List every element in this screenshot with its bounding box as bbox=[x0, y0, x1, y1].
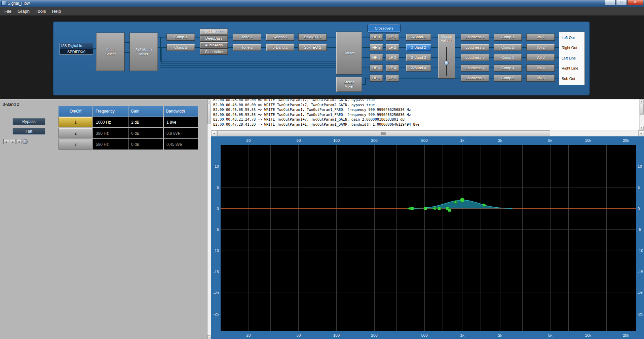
block-spkr-eq-2[interactable]: Spkr-EQ 2 bbox=[298, 44, 327, 51]
block-three-band-4[interactable]: 3-Band 4 bbox=[406, 65, 431, 72]
block-three-band-1[interactable]: 3-Band 1 bbox=[406, 34, 431, 41]
mini-knob-icon[interactable] bbox=[23, 139, 28, 144]
mini-button-3[interactable]: 4 bbox=[16, 139, 22, 144]
block-comp-pre-2[interactable]: Comp 2 bbox=[166, 44, 195, 51]
cell-frequency-3[interactable]: 580 Hz bbox=[93, 139, 128, 150]
block-hp-3[interactable]: HP 3 bbox=[370, 54, 383, 61]
block-hp-5[interactable]: HP 5 bbox=[370, 75, 383, 82]
command-log[interactable]: B2.00.00.4B.00.00.00 => WRITE TwoOutPara… bbox=[211, 99, 639, 130]
block-loudness-3[interactable]: Loudness 3 bbox=[461, 54, 489, 61]
scroll-down-icon[interactable]: ▼ bbox=[207, 335, 211, 339]
flat-button[interactable]: Flat bbox=[12, 128, 45, 135]
block-lp-4[interactable]: LP 4 bbox=[386, 65, 399, 72]
block-five-band-2[interactable]: 5-Band 2 bbox=[266, 44, 294, 51]
block-vol-5[interactable]: Vol 5 bbox=[526, 75, 555, 82]
log-scroll-down-icon[interactable]: ▼ bbox=[640, 126, 644, 130]
properties-scrollbar[interactable]: ▲ ▼ bbox=[207, 99, 211, 339]
block-comp-out-1[interactable]: Comp 1 bbox=[494, 34, 522, 41]
block-lp-5[interactable]: LP 5 bbox=[386, 75, 399, 82]
band-button-1[interactable]: 1 bbox=[59, 117, 92, 127]
eq-handle[interactable] bbox=[411, 207, 414, 210]
block-vol-4[interactable]: Vol 4 bbox=[526, 65, 555, 72]
log-h-scrollbar[interactable]: ◄ ► bbox=[211, 130, 644, 136]
block-router[interactable]: Router bbox=[336, 32, 362, 75]
cell-gain-2[interactable]: 0 dB bbox=[128, 128, 163, 138]
block-enhance-clearvoice[interactable]: ClearVoice bbox=[200, 48, 228, 55]
log-scroll-up-icon[interactable]: ▲ bbox=[640, 99, 644, 103]
log-line: B2.00.00.47.2D.41.3D => WRITE TwoOutPara… bbox=[213, 122, 639, 127]
block-comp-out-2[interactable]: Comp 2 bbox=[494, 44, 522, 51]
block-comp-out-3[interactable]: Comp 3 bbox=[494, 54, 522, 61]
scroll-up-icon[interactable]: ▲ bbox=[207, 99, 211, 103]
block-master-volume[interactable]: Master Volume bbox=[438, 34, 455, 79]
block-three-band-3[interactable]: 3-Band 3 bbox=[406, 54, 431, 61]
block-comp-out-4[interactable]: Comp 4 bbox=[494, 65, 522, 72]
properties-scroll-thumb[interactable] bbox=[207, 103, 211, 124]
block-loudness-1[interactable]: Loudness 1 bbox=[461, 34, 489, 41]
block-tone-2[interactable]: Tone 2 bbox=[233, 44, 261, 51]
menu-bar: FileGraphToolsHelp bbox=[0, 7, 644, 15]
eq-handle[interactable] bbox=[438, 207, 441, 210]
input-source-selected[interactable]: I2S Digital In... bbox=[60, 43, 93, 49]
mini-button-2[interactable]: 3 bbox=[10, 139, 15, 144]
eq-handle[interactable] bbox=[460, 198, 464, 202]
block-enhance-widesound[interactable]: WideSound bbox=[200, 29, 228, 35]
block-comp-out-5[interactable]: Comp 5 bbox=[494, 75, 522, 82]
tab-crossovers[interactable]: Crossovers bbox=[368, 25, 400, 32]
mini-button-1[interactable]: 1 bbox=[3, 139, 9, 144]
svg-text:-5: -5 bbox=[638, 227, 641, 231]
eq-response-plot[interactable]: 202050501001002002005005001k1k2k2k5k5k10… bbox=[211, 136, 644, 339]
master-volume-slider[interactable] bbox=[444, 61, 449, 65]
block-hp-1[interactable]: HP 1 bbox=[370, 34, 383, 41]
cell-bandwidth-1[interactable]: 1 8ve bbox=[164, 117, 198, 127]
block-lp-2[interactable]: LP 2 bbox=[386, 44, 399, 51]
bypass-button[interactable]: Bypass bbox=[12, 118, 45, 125]
input-source-block[interactable]: I2S Digital In... SPDIFRX0 bbox=[60, 43, 93, 55]
block-comp-pre-1[interactable]: Comp 1 bbox=[166, 34, 195, 41]
eq-handle[interactable] bbox=[424, 207, 427, 210]
minimize-button[interactable]: – bbox=[605, 0, 616, 5]
close-button[interactable]: × bbox=[627, 0, 643, 5]
scroll-left-icon[interactable]: ◄ bbox=[211, 130, 217, 136]
cell-frequency-1[interactable]: 1000 Hz bbox=[93, 117, 128, 127]
block-lp-3[interactable]: LP 3 bbox=[386, 54, 399, 61]
log-scrollbar[interactable]: ▲ ▼ bbox=[639, 99, 644, 130]
cell-bandwidth-2[interactable]: 0,8 8ve bbox=[164, 128, 198, 138]
block-enhance-deepbass[interactable]: DeepBass bbox=[200, 35, 228, 42]
block-tone-1[interactable]: Tone 1 bbox=[233, 34, 261, 41]
block-five-band-1[interactable]: 5-Band 1 bbox=[266, 34, 294, 41]
block-loudness-5[interactable]: Loudness 5 bbox=[461, 75, 489, 82]
log-scroll-thumb[interactable] bbox=[640, 104, 644, 115]
block-hp-2[interactable]: HP 2 bbox=[370, 44, 383, 51]
band-button-3[interactable]: 3 bbox=[59, 139, 92, 150]
cell-gain-1[interactable]: 2 dB bbox=[128, 117, 163, 127]
col-header-frequency: Frequency bbox=[93, 106, 128, 117]
block-vol-2[interactable]: Vol 2 bbox=[526, 44, 555, 51]
block-vol-1[interactable]: Vol 1 bbox=[526, 34, 555, 41]
block-loudness-4[interactable]: Loudness 4 bbox=[461, 65, 489, 72]
block-loudness-2[interactable]: Loudness 2 bbox=[461, 44, 489, 51]
eq-handle[interactable] bbox=[448, 209, 451, 212]
menu-graph[interactable]: Graph bbox=[14, 8, 33, 15]
block-three-band-2[interactable]: 3-Band 2 bbox=[406, 44, 431, 51]
scroll-right-icon[interactable]: ► bbox=[638, 130, 644, 136]
menu-tools[interactable]: Tools bbox=[33, 8, 49, 15]
band-button-2[interactable]: 2 bbox=[59, 128, 92, 138]
block-lp-1[interactable]: LP 1 bbox=[386, 34, 399, 41]
menu-help[interactable]: Help bbox=[49, 8, 64, 15]
input-source-name[interactable]: SPDIFRX0 bbox=[60, 49, 93, 54]
cell-frequency-2[interactable]: 380 Hz bbox=[93, 128, 128, 138]
menu-file[interactable]: File bbox=[1, 8, 14, 15]
maximize-button[interactable]: □ bbox=[616, 0, 627, 5]
title-bar[interactable]: Signal_Flow – □ × bbox=[0, 0, 644, 7]
cell-bandwidth-3[interactable]: 0,45 8ve bbox=[164, 139, 198, 150]
cell-gain-3[interactable]: 0 dB bbox=[128, 139, 163, 150]
block-spkr-eq-1[interactable]: Spkr-EQ 1 bbox=[298, 34, 327, 41]
block-enhance-audioalign[interactable]: AudioAlign bbox=[200, 42, 228, 48]
block-vol-3[interactable]: Vol 3 bbox=[526, 54, 555, 61]
block-matrix-mixer[interactable]: 2x2 Matrix Mixer bbox=[129, 33, 158, 71]
block-input-select[interactable]: Input Select bbox=[96, 33, 125, 71]
log-h-scroll-thumb[interactable] bbox=[217, 130, 550, 136]
block-stereo-mixer[interactable]: Stereo Mixer bbox=[336, 77, 362, 92]
block-hp-4[interactable]: HP 4 bbox=[370, 65, 383, 72]
